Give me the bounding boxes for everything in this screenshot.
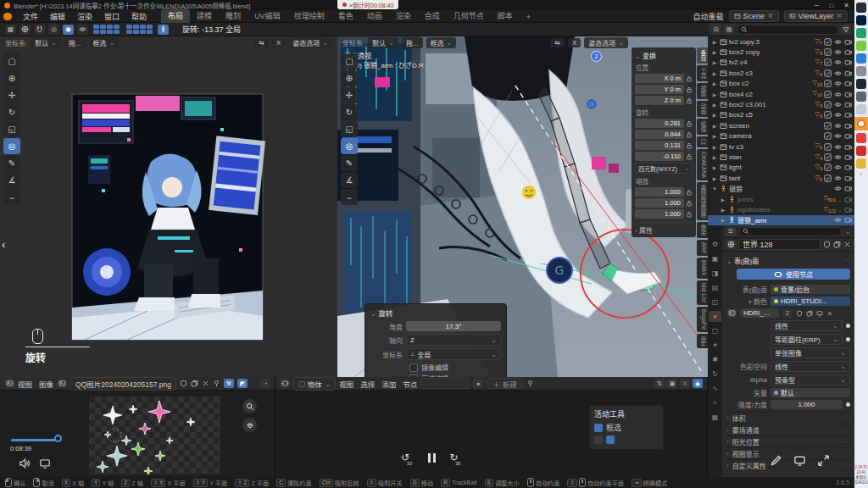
expand-caret-icon[interactable]: ▶ bbox=[720, 197, 726, 202]
image-name-field[interactable]: HDRI_... bbox=[740, 308, 779, 318]
world-icon[interactable] bbox=[726, 240, 736, 249]
taskbar-clock[interactable]: 2:38:5113:41星期日2024/2/18 bbox=[853, 465, 868, 488]
eye-visibility-icon[interactable] bbox=[834, 111, 842, 119]
projection-dropdown[interactable]: 等距圆柱(ERP)⌄ bbox=[771, 334, 843, 345]
app-yellow-1[interactable] bbox=[856, 158, 866, 169]
snap-target-icon[interactable]: ⌗ bbox=[680, 379, 690, 388]
eye-visibility-icon[interactable] bbox=[834, 153, 842, 161]
outliner-row-银狼[interactable]: ▼银狼 bbox=[708, 183, 854, 193]
lock-icon[interactable] bbox=[686, 86, 693, 93]
camera-visibility-icon[interactable] bbox=[844, 143, 852, 151]
pose-breakdown-tool-icon[interactable]: ⌣ bbox=[3, 189, 20, 205]
app-blue-1[interactable] bbox=[856, 53, 866, 64]
close-button[interactable]: ✕ bbox=[843, 2, 849, 9]
tool-option-icon-2[interactable] bbox=[606, 435, 615, 444]
checkbox-icon[interactable] bbox=[824, 111, 832, 119]
app-gray-1[interactable] bbox=[856, 66, 866, 76]
viewlayer-unlink-icon[interactable]: ✕ bbox=[836, 12, 843, 20]
workspace-tab-UV编辑[interactable]: UV编辑 bbox=[248, 8, 287, 23]
npanel-tab-纸偶[interactable]: 纸偶 bbox=[697, 119, 708, 135]
forward-30-button[interactable]: ↻30 bbox=[449, 452, 463, 464]
pencil-annotate-icon[interactable] bbox=[770, 454, 782, 467]
alpha-dropdown[interactable]: 预乘型⌄ bbox=[771, 374, 850, 385]
scale-field-1[interactable]: 1.000 bbox=[635, 198, 684, 208]
app-dark-2[interactable] bbox=[856, 92, 866, 102]
collapsed-panel-阳光位置[interactable]: ›阳光位置⋯ bbox=[726, 435, 850, 447]
image-copy-icon[interactable] bbox=[191, 380, 198, 387]
select-box-tool-icon[interactable]: ▢ bbox=[341, 53, 358, 69]
camera-visibility-icon[interactable] bbox=[844, 164, 852, 171]
camera-visibility-icon[interactable] bbox=[844, 101, 852, 108]
expand-caret-icon[interactable]: ▶ bbox=[711, 133, 718, 139]
expand-caret-icon[interactable]: ▼ bbox=[711, 186, 718, 191]
properties-tab-modifiers[interactable]: ✦ bbox=[709, 340, 721, 351]
armature-layers-group-2[interactable] bbox=[126, 25, 153, 34]
rewind-10-button[interactable]: ↺10 bbox=[401, 452, 415, 464]
expand-caret-icon[interactable]: ▶ bbox=[711, 70, 718, 76]
properties-editor-icon[interactable]: ☰ bbox=[726, 227, 736, 236]
mirror-x-button[interactable]: ⇋ bbox=[550, 38, 565, 47]
camera-visibility-icon[interactable] bbox=[844, 216, 852, 224]
image-fake-user-icon[interactable] bbox=[796, 310, 803, 317]
expand-caret-icon[interactable]: ▶ bbox=[720, 217, 726, 223]
outliner-row-box c2[interactable]: ▶box c2▽23 bbox=[708, 79, 854, 89]
cursor-tool-icon[interactable]: ⊕ bbox=[3, 70, 20, 86]
orientation-dropdown[interactable]: 默认⌄ bbox=[31, 37, 61, 48]
rotate-tool-icon[interactable]: ↻ bbox=[341, 104, 358, 120]
rotation-field-3[interactable]: -0.110 bbox=[635, 152, 684, 161]
lock-open-icon[interactable] bbox=[686, 200, 693, 207]
app-red-1[interactable] bbox=[856, 133, 866, 143]
pose-breakdown-tool-icon[interactable]: ⌣ bbox=[341, 189, 358, 205]
annotate-tool-icon[interactable]: ✎ bbox=[3, 155, 20, 171]
overlay-toggle-icon[interactable]: ⇅ bbox=[654, 379, 665, 388]
outliner-row-银狼_arm[interactable]: ▶银狼_arm bbox=[708, 215, 854, 225]
workspace-tab-几何节点[interactable]: 几何节点 bbox=[447, 8, 491, 23]
axis-x-button[interactable]: X bbox=[568, 38, 581, 47]
lock-open-icon[interactable] bbox=[686, 120, 693, 127]
collapsed-panel-体积[interactable]: ›体积⋯ bbox=[726, 412, 850, 424]
image-menu-视图[interactable]: 视图 bbox=[18, 379, 32, 389]
eye-visibility-icon[interactable] bbox=[834, 122, 842, 130]
orientation-dropdown[interactable]: ⟂全局⌄ bbox=[406, 348, 501, 360]
expand-caret-icon[interactable]: ▶ bbox=[711, 112, 718, 118]
lock-open-icon[interactable] bbox=[686, 189, 693, 196]
surface-value[interactable]: 背景/后台 bbox=[771, 285, 850, 294]
world-name-field[interactable]: 世界.128 bbox=[738, 239, 821, 250]
select-mode-dropdown[interactable]: 框选⌄ bbox=[426, 37, 457, 48]
outliner-row-box2 c5[interactable]: ▶box2 c5▽9 bbox=[708, 110, 854, 120]
checkbox-icon[interactable] bbox=[824, 153, 832, 161]
snap-tool-icon[interactable]: ⚒ bbox=[224, 379, 234, 388]
source-dropdown[interactable]: 单张图像⌄ bbox=[771, 347, 850, 358]
image-users-count[interactable]: 2 bbox=[782, 308, 793, 318]
checkbox-icon[interactable] bbox=[824, 164, 832, 171]
camera-visibility-icon[interactable] bbox=[844, 91, 852, 98]
use-nodes-button[interactable]: 使用节点 bbox=[737, 269, 850, 280]
pose-options-dropdown[interactable]: 姿态选项⌄ bbox=[584, 37, 628, 48]
outliner-row-box2 c3[interactable]: ▶box2 c3▽9 bbox=[708, 68, 854, 78]
outliner-scope-icon[interactable]: ▤ bbox=[724, 25, 734, 34]
npanel-tab-雨H[interactable]: 雨H bbox=[697, 334, 708, 348]
axis-dropdown[interactable]: Z⌄ bbox=[406, 334, 501, 346]
workspace-tab-渲染[interactable]: 渲染 bbox=[389, 8, 418, 23]
box-select-tool-icon[interactable] bbox=[594, 424, 603, 432]
armature-layers-group-1[interactable] bbox=[93, 25, 120, 34]
eye-visibility-icon[interactable] bbox=[834, 69, 842, 77]
outliner-row-tv2 copy.3[interactable]: ▶tv2 copy.3▽7 bbox=[708, 36, 854, 47]
rotate-operator-panel[interactable]: ⌄ 旋转 角度 17.3° 轴向 Z⌄ 坐标系 ⟂全局⌄ 镜像编辑 衰减编辑 bbox=[364, 303, 507, 377]
menu-帮助[interactable]: 帮助 bbox=[125, 11, 153, 22]
proportional-edit-icon[interactable]: ◎ bbox=[48, 25, 59, 35]
location-field-2[interactable]: Z 0 m bbox=[635, 96, 684, 105]
transform-tool-icon[interactable]: ◎ bbox=[341, 138, 358, 154]
checkbox-icon[interactable] bbox=[824, 122, 832, 130]
npanel-tab-条目[interactable]: 条目 bbox=[697, 47, 708, 64]
unlink-icon[interactable] bbox=[843, 241, 851, 248]
camera-visibility-icon[interactable] bbox=[844, 153, 852, 161]
interpolation-dropdown[interactable]: 线性⌄ bbox=[771, 320, 843, 331]
camera-visibility-icon[interactable] bbox=[844, 175, 852, 182]
eye-visibility-icon[interactable] bbox=[834, 143, 842, 151]
eye-visibility-icon[interactable] bbox=[834, 216, 842, 224]
drag-dropdown[interactable]: 拖... bbox=[402, 37, 423, 48]
zoom-tool-button[interactable] bbox=[242, 399, 257, 413]
image-pack-icon[interactable] bbox=[816, 310, 823, 317]
checkbox-icon[interactable] bbox=[824, 91, 832, 98]
